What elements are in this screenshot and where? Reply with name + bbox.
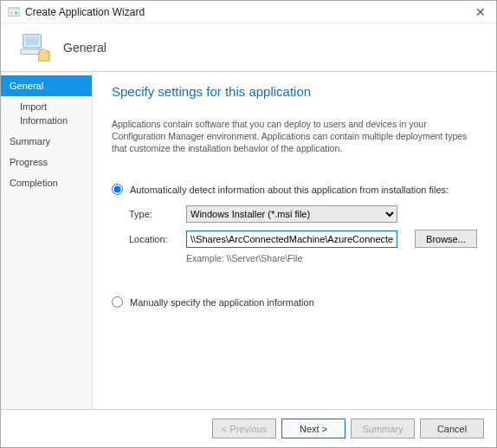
cancel-button[interactable]: Cancel — [420, 419, 484, 438]
sidebar-item-general[interactable]: General — [1, 75, 92, 96]
wizard-header: General — [1, 23, 496, 72]
radio-manual[interactable] — [112, 296, 123, 308]
title-bar: Create Application Wizard ✕ — [1, 1, 496, 23]
wizard-body: General Import Information Summary Progr… — [1, 72, 496, 409]
summary-button[interactable]: Summary — [351, 419, 415, 438]
sidebar-item-summary[interactable]: Summary — [1, 131, 92, 152]
option-manual[interactable]: Manually specify the application informa… — [112, 296, 477, 308]
sidebar-item-progress[interactable]: Progress — [1, 152, 92, 172]
header-title: General — [63, 41, 106, 55]
svg-rect-2 — [10, 11, 14, 15]
previous-button[interactable]: < Previous — [212, 419, 276, 438]
next-button[interactable]: Next > — [281, 419, 345, 438]
sidebar-item-completion[interactable]: Completion — [1, 172, 92, 193]
browse-button[interactable]: Browse... — [415, 230, 477, 248]
radio-auto-detect[interactable] — [112, 184, 123, 195]
svg-rect-3 — [15, 11, 18, 15]
svg-rect-1 — [9, 7, 19, 10]
app-icon — [8, 6, 20, 18]
location-input[interactable] — [186, 230, 397, 248]
page-title: Specify settings for this application — [112, 84, 477, 99]
option-auto-detect[interactable]: Automatically detect information about t… — [112, 184, 477, 195]
sidebar-item-import-information[interactable]: Import Information — [1, 96, 92, 131]
location-example: Example: \\Server\Share\File — [186, 253, 477, 263]
type-select[interactable]: Windows Installer (*.msi file) — [186, 205, 397, 223]
content-panel: Specify settings for this application Ap… — [93, 72, 496, 409]
auto-detect-form: Type: Windows Installer (*.msi file) Loc… — [129, 205, 477, 263]
radio-auto-detect-label: Automatically detect information about t… — [130, 185, 449, 195]
close-icon[interactable]: ✕ — [472, 5, 489, 19]
location-label: Location: — [129, 234, 179, 244]
sidebar: General Import Information Summary Progr… — [1, 72, 93, 409]
type-label: Type: — [129, 209, 179, 219]
computer-package-icon — [18, 31, 51, 64]
wizard-footer: < Previous Next > Summary Cancel — [1, 409, 496, 447]
page-description: Applications contain software that you c… — [112, 118, 477, 154]
radio-manual-label: Manually specify the application informa… — [130, 297, 314, 308]
svg-rect-7 — [39, 51, 49, 60]
window-title: Create Application Wizard — [25, 6, 472, 18]
svg-rect-5 — [26, 36, 39, 45]
